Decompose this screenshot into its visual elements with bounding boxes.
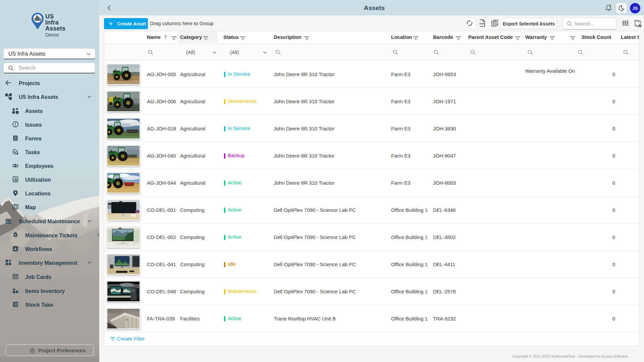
svg-text:xlsx: xlsx (479, 22, 485, 25)
